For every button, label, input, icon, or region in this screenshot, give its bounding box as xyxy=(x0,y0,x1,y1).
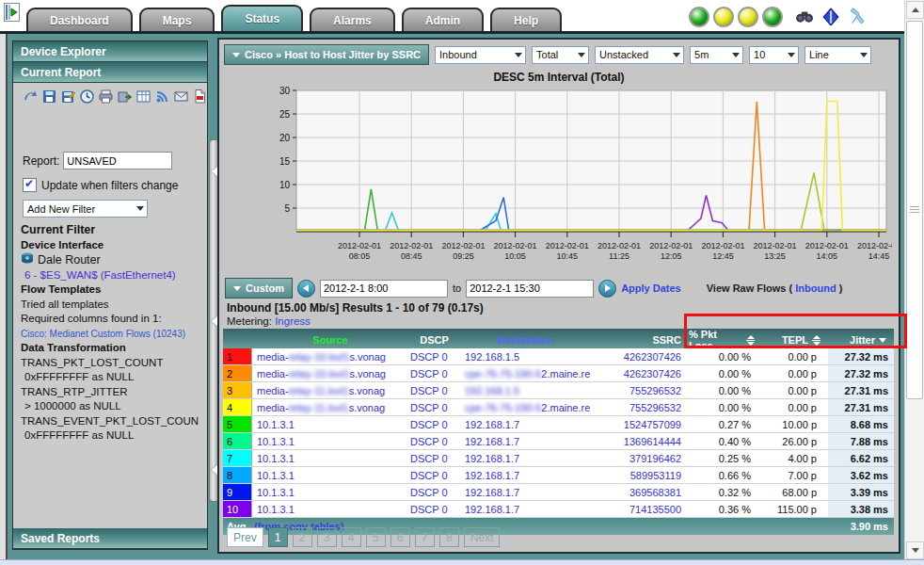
save-as-icon[interactable] xyxy=(60,89,76,105)
aggregation-select[interactable]: Total xyxy=(532,46,589,64)
page-button-7[interactable]: 7 xyxy=(415,527,435,547)
device-explorer-header[interactable]: Device Explorer xyxy=(13,41,207,62)
page-button-2[interactable]: 2 xyxy=(293,527,312,547)
table-row[interactable]: 10 10.1.3.1 DSCP 0 192.168.1.7 714135500… xyxy=(223,501,894,518)
destination-cell[interactable]: 192.168.1.5 xyxy=(460,382,590,398)
table-row[interactable]: 2 media-relay-10.lsvl1 s.vonag DSCP 0 cp… xyxy=(223,365,894,382)
destination-cell[interactable]: 192.168.1.5 xyxy=(460,348,590,364)
export-icon[interactable] xyxy=(117,89,133,105)
vertical-scrollbar[interactable] xyxy=(904,0,924,560)
stacking-select[interactable]: Unstacked xyxy=(595,46,684,64)
source-cell[interactable]: media-relay-11.lsvl1 s.vonag xyxy=(252,382,408,398)
device-name[interactable]: Dale Router xyxy=(38,253,101,268)
dscp-cell[interactable]: DSCP 0 xyxy=(408,501,460,517)
tab-maps[interactable]: Maps xyxy=(139,8,215,31)
report-name-input[interactable] xyxy=(63,152,172,170)
tab-status[interactable]: Status xyxy=(221,5,303,31)
table-row[interactable]: 6 10.1.3.1 DSCP 0 192.168.1.7 1369614444… xyxy=(223,433,894,450)
source-cell[interactable]: 10.1.3.1 xyxy=(252,484,408,500)
pdf-icon[interactable] xyxy=(192,89,208,105)
page-button-6[interactable]: 6 xyxy=(390,527,410,547)
scrollbar-thumb[interactable] xyxy=(906,21,923,399)
scroll-up-button[interactable] xyxy=(906,1,924,19)
tab-dashboard[interactable]: Dashboard xyxy=(26,8,133,31)
schedule-icon[interactable] xyxy=(79,89,95,105)
source-cell[interactable]: 10.1.3.1 xyxy=(252,501,408,517)
ssrc-cell[interactable]: 755296532 xyxy=(590,399,689,415)
table-row[interactable]: 9 10.1.3.1 DSCP 0 192.168.1.7 369568381 … xyxy=(223,484,894,501)
jitter-chart[interactable]: 510152025302012-02-0108:052012-02-0108:4… xyxy=(268,85,892,266)
page-button-3[interactable]: 3 xyxy=(317,527,337,547)
tab-admin[interactable]: Admin xyxy=(402,8,484,31)
source-cell[interactable]: 10.1.3.1 xyxy=(252,467,408,483)
rss-icon[interactable] xyxy=(154,89,170,105)
metering-ingress-link[interactable]: Ingress xyxy=(275,315,311,327)
destination-cell[interactable]: 192.168.1.7 xyxy=(460,501,590,517)
destination-cell[interactable]: 192.168.1.7 xyxy=(460,467,590,483)
custom-range-button[interactable]: Custom xyxy=(225,278,293,299)
source-cell[interactable]: 10.1.3.1 xyxy=(252,433,408,449)
destination-cell[interactable]: 192.168.1.7 xyxy=(460,416,590,432)
saved-reports-header[interactable]: Saved Reports xyxy=(13,528,207,549)
interval-select[interactable]: 5m xyxy=(690,46,743,64)
yellow-status-light[interactable] xyxy=(713,7,734,27)
ssrc-cell[interactable]: 369568381 xyxy=(590,484,689,500)
destination-cell[interactable]: 192.168.1.7 xyxy=(460,484,590,500)
table-row[interactable]: 5 10.1.3.1 DSCP 0 192.168.1.7 1524757099… xyxy=(223,416,894,433)
raw-flows-inbound-link[interactable]: Inbound xyxy=(795,282,836,294)
update-filters-checkbox[interactable] xyxy=(23,178,37,192)
report-designer-icon[interactable] xyxy=(135,89,151,105)
prev-page-button[interactable]: Prev xyxy=(227,527,263,547)
sidebar-toggle-icon[interactable] xyxy=(4,3,21,24)
table-row[interactable]: 8 10.1.3.1 DSCP 0 192.168.1.7 589953119 … xyxy=(223,467,894,484)
ssrc-cell[interactable]: 589953119 xyxy=(590,467,689,483)
green-status-light[interactable] xyxy=(689,7,709,27)
destination-cell[interactable]: cpe-76-75-190-52.maine.res.r xyxy=(460,399,590,415)
range-end-input[interactable] xyxy=(466,280,594,298)
dscp-cell[interactable]: DSCP 0 xyxy=(408,382,460,398)
source-cell[interactable]: media-relay-10.lsvl1 s.vonag xyxy=(252,348,408,364)
page-button-1[interactable]: 1 xyxy=(268,527,288,547)
ssrc-cell[interactable]: 1369614444 xyxy=(590,433,689,449)
page-button-8[interactable]: 8 xyxy=(439,527,459,547)
binoculars-icon[interactable] xyxy=(795,8,813,27)
dscp-cell[interactable]: DSCP 0 xyxy=(408,450,460,466)
column-header-source[interactable]: Source xyxy=(252,334,408,346)
dscp-cell[interactable]: DSCP 0 xyxy=(408,433,460,449)
email-report-icon[interactable] xyxy=(173,89,189,105)
dscp-cell[interactable]: DSCP 0 xyxy=(408,399,460,415)
save-icon[interactable] xyxy=(41,89,57,105)
table-row[interactable]: 3 media-relay-11.lsvl1 s.vonag DSCP 0 19… xyxy=(223,382,894,399)
ssrc-cell[interactable]: 4262307426 xyxy=(590,365,689,381)
source-cell[interactable]: 10.1.3.1 xyxy=(252,450,408,466)
row-count-select[interactable]: 10 xyxy=(749,46,799,64)
dscp-cell[interactable]: DSCP 0 xyxy=(408,416,460,432)
graph-type-select[interactable]: Line xyxy=(805,46,871,64)
add-filter-select[interactable]: Add New Filter xyxy=(23,200,148,218)
ssrc-cell[interactable]: 755296532 xyxy=(590,382,689,398)
source-cell[interactable]: 10.1.3.1 xyxy=(252,416,408,432)
open-report-icon[interactable] xyxy=(23,89,39,105)
dscp-cell[interactable]: DSCP 0 xyxy=(408,365,460,381)
printer-icon[interactable] xyxy=(98,89,114,105)
green-status-light[interactable] xyxy=(762,7,783,27)
report-menu-button[interactable]: Cisco » Host to Host Jitter by SSRC xyxy=(224,44,429,65)
interface-link[interactable]: 6 - $ES_WAN$ (FastEthernet4) xyxy=(21,268,203,283)
page-button-4[interactable]: 4 xyxy=(342,527,361,547)
dscp-cell[interactable]: DSCP 0 xyxy=(408,348,460,364)
source-cell[interactable]: media-relay-10.lsvl1 s.vonag xyxy=(252,365,408,381)
column-header-destination[interactable]: Destination xyxy=(460,334,590,346)
table-row[interactable]: 4 media-relay-11.lsvl1 s.vonag DSCP 0 cp… xyxy=(223,399,894,416)
destination-cell[interactable]: 192.168.1.7 xyxy=(460,433,590,449)
shift-range-back-button[interactable] xyxy=(297,280,315,298)
current-report-header[interactable]: Current Report xyxy=(13,62,207,83)
page-button-5[interactable]: 5 xyxy=(366,527,386,547)
template-link[interactable]: Cisco: Medianet Custom Flows (10243) xyxy=(21,327,203,342)
tab-help[interactable]: Help xyxy=(490,8,562,31)
destination-cell[interactable]: cpe-76-75-190-52.maine.res.r xyxy=(460,365,590,381)
column-header-ssrc[interactable]: SSRC xyxy=(590,334,689,346)
table-row[interactable]: 7 10.1.3.1 DSCP 0 192.168.1.7 379196462 … xyxy=(223,450,894,467)
table-row[interactable]: 1 media-relay-10.lsvl1 s.vonag DSCP 0 19… xyxy=(223,348,894,365)
range-start-input[interactable] xyxy=(320,280,448,298)
yellow-status-light[interactable] xyxy=(738,7,758,27)
